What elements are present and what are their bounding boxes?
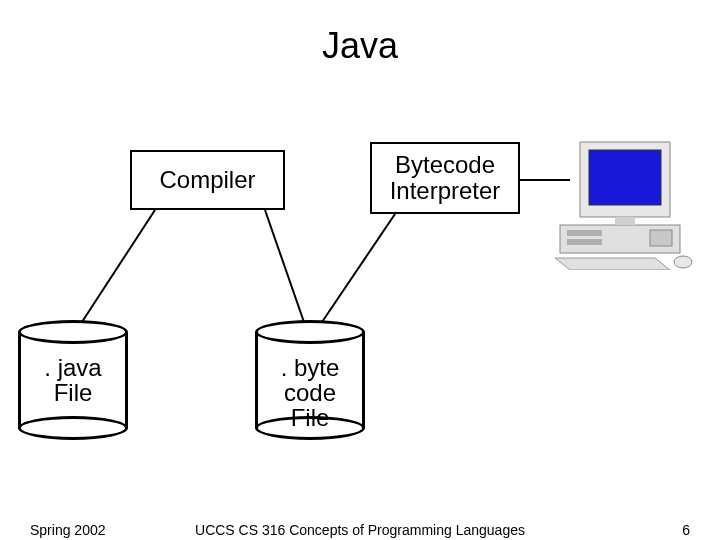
bytecode-file-label: . bytecodeFile bbox=[255, 355, 365, 431]
interpreter-box: Bytecode Interpreter bbox=[370, 142, 520, 214]
svg-line-2 bbox=[320, 214, 395, 325]
svg-rect-5 bbox=[567, 230, 602, 236]
svg-line-1 bbox=[265, 210, 305, 325]
footer-page-number: 6 bbox=[682, 522, 690, 538]
svg-marker-11 bbox=[555, 258, 670, 270]
compiler-label: Compiler bbox=[159, 167, 255, 193]
svg-rect-7 bbox=[650, 230, 672, 246]
computer-icon bbox=[555, 130, 695, 270]
slide-title: Java bbox=[0, 25, 720, 67]
compiler-box: Compiler bbox=[130, 150, 285, 210]
java-file-cylinder: . javaFile bbox=[18, 320, 128, 440]
svg-rect-6 bbox=[567, 239, 602, 245]
bytecode-file-cylinder: . bytecodeFile bbox=[255, 320, 365, 440]
svg-rect-9 bbox=[589, 150, 661, 205]
svg-point-12 bbox=[674, 256, 692, 268]
interpreter-label: Bytecode Interpreter bbox=[372, 152, 518, 205]
svg-line-0 bbox=[80, 210, 155, 325]
java-file-label: . javaFile bbox=[18, 355, 128, 405]
svg-rect-10 bbox=[615, 217, 635, 225]
footer-course: UCCS CS 316 Concepts of Programming Lang… bbox=[0, 522, 720, 538]
